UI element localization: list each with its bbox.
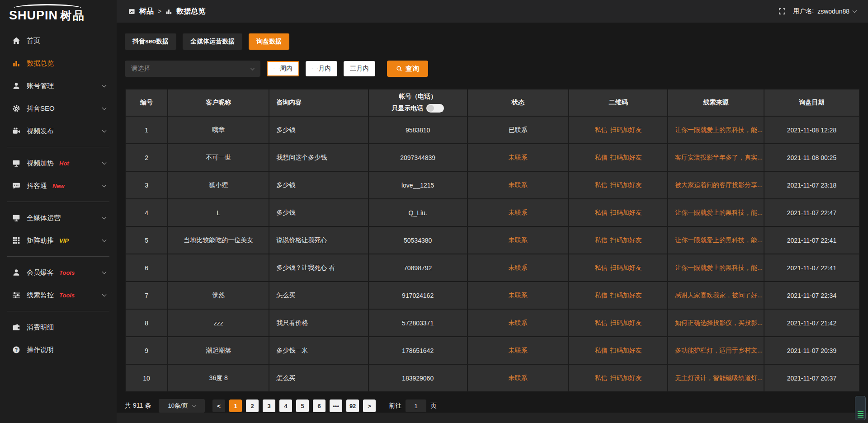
scan-add-friend-link[interactable]: 扫码加好友 <box>610 264 642 271</box>
page-button-5[interactable]: 5 <box>296 400 309 412</box>
cell-source: 让你一眼就爱上的黑科技，能... <box>668 254 764 282</box>
prev-page-button[interactable]: < <box>212 400 225 412</box>
sidebar-item-omni-media[interactable]: 全媒体运营 <box>0 207 117 229</box>
scan-add-friend-link[interactable]: 扫码加好友 <box>610 347 642 354</box>
page-button-1[interactable]: 1 <box>229 400 242 412</box>
page-button-6[interactable]: 6 <box>313 400 326 412</box>
col-header-account: 帐号（电话） 只显示电话 <box>368 89 467 116</box>
cell-account: 2097344839 <box>368 144 467 171</box>
source-link[interactable]: 如何正确选择投影仪，买投影... <box>675 319 763 326</box>
grid-icon <box>12 236 21 245</box>
page-button-4[interactable]: 4 <box>279 400 292 412</box>
chevron-down-icon <box>102 106 107 110</box>
phone-only-toggle[interactable] <box>426 104 444 113</box>
tab-omni-media-data[interactable]: 全媒体运营数据 <box>183 33 242 50</box>
private-message-link[interactable]: 私信 <box>594 291 607 299</box>
scan-add-friend-link[interactable]: 扫码加好友 <box>610 154 642 161</box>
sidebar-item-account-management[interactable]: 账号管理 <box>0 75 117 97</box>
col-header-nickname: 客户昵称 <box>168 89 269 116</box>
private-message-link[interactable]: 私信 <box>594 264 607 271</box>
private-message-link[interactable]: 私信 <box>594 181 607 188</box>
cell-source: 客厅安装投影半年多了，真实... <box>668 144 764 171</box>
scan-add-friend-link[interactable]: 扫码加好友 <box>610 181 642 188</box>
source-link[interactable]: 让你一眼就爱上的黑科技，能... <box>675 126 763 133</box>
sidebar-item-label: 视频发布 <box>27 127 54 136</box>
private-message-link[interactable]: 私信 <box>594 374 607 381</box>
page-button-3[interactable]: 3 <box>263 400 275 412</box>
scan-add-friend-link[interactable]: 扫码加好友 <box>610 291 642 299</box>
goto-page-input[interactable] <box>406 400 426 412</box>
private-message-link[interactable]: 私信 <box>594 154 607 161</box>
private-message-link[interactable]: 私信 <box>594 236 607 244</box>
cell-status: 未联系 <box>467 364 569 392</box>
breadcrumb-separator: > <box>158 8 161 15</box>
cell-account: Q_Liu. <box>368 199 467 226</box>
sidebar-item-data-overview[interactable]: 数据总览 <box>0 52 117 75</box>
tab-inquiry-data[interactable]: 询盘数据 <box>249 33 289 50</box>
cell-account: 9583810 <box>368 116 467 144</box>
next-page-button[interactable]: > <box>363 400 376 412</box>
sidebar-item-douketong[interactable]: 抖客通New <box>0 174 117 197</box>
sidebar-item-matrix-boost[interactable]: 矩阵助推VIP <box>0 229 117 252</box>
private-message-link[interactable]: 私信 <box>594 319 607 326</box>
source-link[interactable]: 客厅安装投影半年多了，真实... <box>675 154 763 161</box>
scan-add-friend-link[interactable]: 扫码加好友 <box>610 236 642 244</box>
page-ellipsis-button[interactable]: ••• <box>330 400 342 412</box>
range-button-one-month[interactable]: 一月内 <box>306 61 337 76</box>
source-link[interactable]: 让你一眼就爱上的黑科技，能... <box>675 236 763 244</box>
sidebar-item-video-heating[interactable]: 视频加热Hot <box>0 152 117 174</box>
sidebar-item-douyin-seo[interactable]: 抖音SEO <box>0 97 117 120</box>
page-size-select[interactable]: 10条/页 <box>159 399 205 413</box>
cell-status: 未联系 <box>467 226 569 254</box>
table-row: 1036度 8怎么买183929060未联系私信扫码加好友无主灯设计，智能磁吸轨… <box>125 364 859 392</box>
user-icon <box>12 268 21 277</box>
source-link[interactable]: 无主灯设计，智能磁吸轨道灯... <box>675 374 763 381</box>
cell-content: 我想问这个多少钱 <box>269 144 368 171</box>
scan-add-friend-link[interactable]: 扫码加好友 <box>610 209 642 216</box>
chevron-down-icon <box>102 238 107 242</box>
cell-nickname: 潮起潮落 <box>168 337 269 364</box>
source-link[interactable]: 感谢大家喜欢我家，被问了好... <box>675 291 763 299</box>
user-icon <box>12 81 21 90</box>
sidebar-item-member-baoke[interactable]: 会员爆客Tools <box>0 261 117 284</box>
col-header-qrcode: 二维码 <box>569 89 668 116</box>
source-link[interactable]: 被大家追着问的客厅投影分享... <box>675 181 763 188</box>
cell-nickname: 觉然 <box>168 282 269 309</box>
source-link[interactable]: 让你一眼就爱上的黑科技，能... <box>675 264 763 271</box>
scan-add-friend-link[interactable]: 扫码加好友 <box>610 319 642 326</box>
floating-widget[interactable] <box>855 396 866 420</box>
source-link[interactable]: 让你一眼就爱上的黑科技，能... <box>675 209 763 216</box>
filter-select-placeholder: 请选择 <box>131 65 150 73</box>
sidebar-item-lead-monitor[interactable]: 线索监控Tools <box>0 284 117 306</box>
user-menu[interactable]: 用户名: zswodun88 <box>793 7 856 15</box>
chevron-down-icon <box>102 183 107 188</box>
scan-add-friend-link[interactable]: 扫码加好友 <box>610 126 642 133</box>
breadcrumb: 树品 > 数据总览 <box>128 7 205 16</box>
cell-status: 未联系 <box>467 171 569 199</box>
source-link[interactable]: 多功能护栏灯，适用于乡村文... <box>675 347 763 354</box>
page-button-92[interactable]: 92 <box>346 400 359 412</box>
sidebar-item-home[interactable]: 首页 <box>0 29 117 52</box>
tab-douyin-seo-data[interactable]: 抖音seo数据 <box>125 33 176 50</box>
private-message-link[interactable]: 私信 <box>594 347 607 354</box>
cell-status: 未联系 <box>467 254 569 282</box>
scan-add-friend-link[interactable]: 扫码加好友 <box>610 374 642 381</box>
goto-unit: 页 <box>430 402 437 410</box>
sidebar-item-video-publish[interactable]: 视频发布 <box>0 120 117 142</box>
filter-select[interactable]: 请选择 <box>125 61 260 77</box>
chat-icon <box>12 181 21 190</box>
gear-icon <box>12 104 21 113</box>
logo-brand-cn: 树品 <box>60 9 85 22</box>
sidebar-item-instructions[interactable]: ?操作说明 <box>0 338 117 361</box>
sidebar-item-consumption-detail[interactable]: 消费明细 <box>0 316 117 338</box>
private-message-link[interactable]: 私信 <box>594 126 607 133</box>
breadcrumb-item-page[interactable]: 数据总览 <box>176 7 205 16</box>
breadcrumb-item-brand[interactable]: 树品 <box>139 7 154 16</box>
fullscreen-icon[interactable] <box>778 8 786 15</box>
private-message-link[interactable]: 私信 <box>594 209 607 216</box>
range-button-three-months[interactable]: 三月内 <box>344 61 375 76</box>
search-button[interactable]: 查询 <box>387 61 428 77</box>
page-button-2[interactable]: 2 <box>246 400 259 412</box>
pagination-total: 共 911 条 <box>125 402 151 410</box>
range-button-one-week[interactable]: 一周内 <box>267 61 299 76</box>
